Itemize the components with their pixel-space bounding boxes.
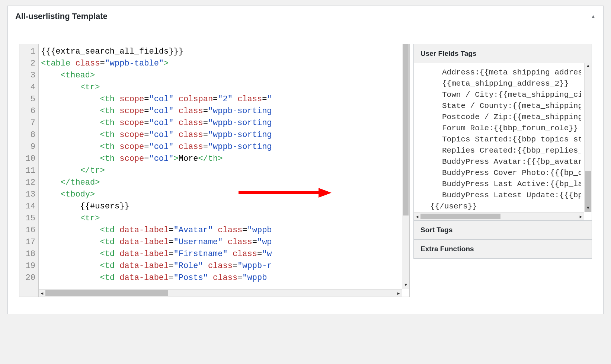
code-vertical-scrollbar[interactable]: ▼ (402, 44, 409, 289)
tags-pane: Address:{{meta_shipping_addres{{meta_shi… (414, 63, 592, 220)
tag-item[interactable]: BuddyPress Avatar:{{{bp_avatar (430, 156, 581, 167)
scroll-up-icon[interactable]: ▲ (585, 63, 592, 70)
code-editor[interactable]: 1234567891011121314151617181920 {{{extra… (19, 44, 410, 297)
scroll-thumb[interactable] (403, 44, 409, 215)
scroll-thumb[interactable] (45, 290, 168, 296)
code-scroll: {{{extra_search_all_fields}}}<table clas… (39, 44, 409, 297)
collapse-toggle-icon[interactable]: ▲ (591, 13, 596, 19)
scroll-down-icon[interactable]: ▼ (402, 282, 409, 289)
tag-item[interactable]: Forum Role:{{bbp_forum_role}} (430, 123, 581, 134)
scroll-right-icon[interactable]: ► (395, 290, 402, 297)
tags-sidebar: User Fields Tags Address:{{meta_shipping… (413, 44, 592, 297)
user-fields-tags-section: User Fields Tags Address:{{meta_shipping… (413, 44, 592, 221)
tag-item[interactable]: Topics Started:{{bbp_topics_st (430, 134, 581, 145)
tag-item[interactable]: Replies Created:{{bbp_replies_ (430, 145, 581, 156)
code-horizontal-scrollbar[interactable]: ◄ ► (39, 289, 402, 297)
tag-item[interactable]: Town / City:{{meta_shipping_ci (430, 89, 581, 100)
panel-header: All-userlisting Template ▲ (8, 6, 603, 27)
sort-tags-section[interactable]: Sort Tags (413, 220, 592, 240)
tag-item[interactable]: {{/users}} (430, 201, 581, 212)
panel-body: 1234567891011121314151617181920 {{{extra… (8, 27, 603, 314)
tag-item[interactable]: Postcode / Zip:{{meta_shipping (430, 112, 581, 123)
section-heading: Extra Functions (414, 240, 592, 258)
tag-item[interactable]: {{meta_shipping_address_2}} (430, 78, 581, 89)
tags-vertical-scrollbar[interactable]: ▲ ▼ (584, 63, 592, 212)
scroll-left-icon[interactable]: ◄ (414, 213, 420, 220)
code-area[interactable]: {{{extra_search_all_fields}}}<table clas… (39, 44, 409, 285)
tag-item[interactable]: BuddyPress Last Active:{{bp_la (430, 179, 581, 190)
code-gutter: 1234567891011121314151617181920 (19, 44, 39, 297)
template-panel: All-userlisting Template ▲ 1234567891011… (7, 6, 604, 314)
tag-item[interactable]: Address:{{meta_shipping_addres (430, 67, 581, 78)
section-heading: Sort Tags (414, 221, 592, 239)
tags-list[interactable]: Address:{{meta_shipping_addres{{meta_shi… (414, 67, 592, 212)
scroll-right-icon[interactable]: ► (578, 213, 584, 220)
panel-title: All-userlisting Template (15, 12, 108, 21)
section-heading[interactable]: User Fields Tags (414, 44, 592, 63)
scroll-left-icon[interactable]: ◄ (39, 290, 45, 297)
scroll-thumb[interactable] (420, 214, 500, 219)
tags-horizontal-scrollbar[interactable]: ◄ ► (414, 212, 584, 220)
tag-item[interactable]: State / County:{{meta_shipping (430, 100, 581, 112)
scroll-down-icon[interactable]: ▼ (585, 205, 592, 212)
tag-item[interactable]: BuddyPress Latest Update:{{{bp (430, 190, 581, 201)
extra-functions-section[interactable]: Extra Functions (413, 239, 592, 259)
tag-item[interactable]: BuddyPress Cover Photo:{{{bp_c (430, 167, 581, 179)
